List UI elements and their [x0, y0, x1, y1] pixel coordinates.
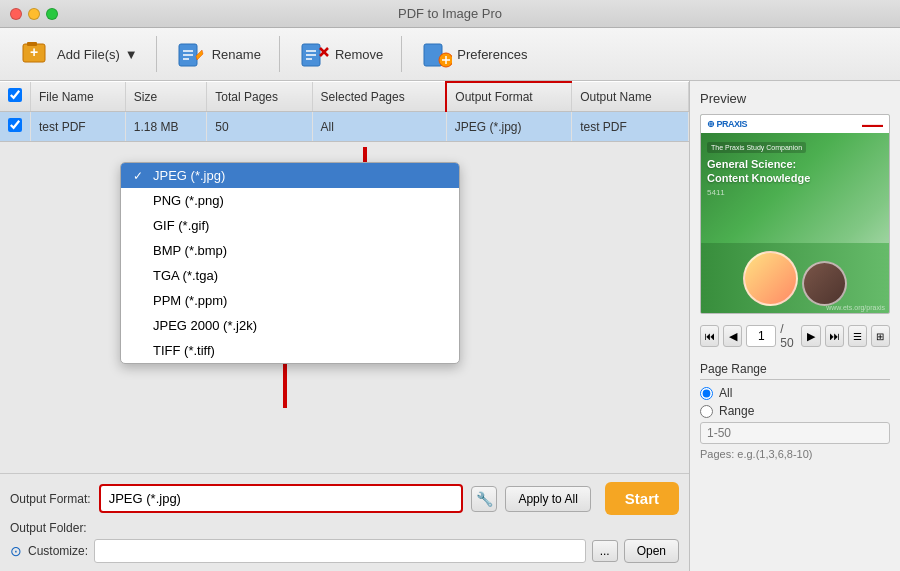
customize-label: Customize:: [28, 544, 88, 558]
dropdown-item-j2k[interactable]: JPEG 2000 (*.j2k): [121, 313, 459, 338]
dropdown-item-ppm[interactable]: PPM (*.ppm): [121, 288, 459, 313]
page-range-section: Page Range All Range Pages: e.g.(1,3,6,8…: [700, 362, 890, 460]
all-radio-label: All: [719, 386, 732, 400]
output-folder-label: Output Folder:: [10, 521, 87, 535]
preview-title: Preview: [700, 91, 890, 106]
view-mode-button-1[interactable]: ☰: [848, 325, 867, 347]
dropdown-item-jpeg[interactable]: ✓ JPEG (*.jpg): [121, 163, 459, 188]
view-mode-button-2[interactable]: ⊞: [871, 325, 890, 347]
preview-edition: 5411: [707, 188, 883, 197]
th-checkbox: [0, 82, 31, 112]
range-radio[interactable]: [700, 405, 713, 418]
all-radio[interactable]: [700, 387, 713, 400]
preview-subtitle: The Praxis Study Companion: [707, 142, 806, 153]
app-title: PDF to Image Pro: [398, 6, 502, 21]
person-2: [802, 261, 847, 306]
separator-2: [279, 36, 280, 72]
content-area: File Name Size Total Pages Selected Page…: [0, 81, 690, 571]
toolbar: + Add File(s) ▼ Rename: [0, 28, 900, 81]
page-range-title: Page Range: [700, 362, 890, 380]
rename-button[interactable]: Rename: [165, 34, 271, 74]
last-page-button[interactable]: ⏭: [825, 325, 844, 347]
svg-text:+: +: [30, 44, 38, 60]
remove-label: Remove: [335, 47, 383, 62]
window-controls: [10, 8, 58, 20]
first-page-button[interactable]: ⏮: [700, 325, 719, 347]
preferences-icon: [420, 38, 452, 70]
th-selected-pages: Selected Pages: [312, 82, 446, 112]
row-output-format: JPEG (*.jpg): [446, 112, 571, 142]
preview-image: ⊕ PRAXIS ▬▬▬ The Praxis Study Companion …: [700, 114, 890, 314]
preview-main-title: General Science:Content Knowledge: [707, 157, 883, 186]
range-input[interactable]: [700, 422, 890, 444]
output-format-row: Output Format: JPEG (*.jpg) PNG (*.png) …: [10, 482, 679, 515]
th-total-pages: Total Pages: [207, 82, 312, 112]
preview-header: ⊕ PRAXIS ▬▬▬: [701, 115, 889, 133]
minimize-button[interactable]: [28, 8, 40, 20]
page-number-input[interactable]: [746, 325, 776, 347]
row-size: 1.18 MB: [125, 112, 207, 142]
format-dropdown[interactable]: ✓ JPEG (*.jpg) PNG (*.png) GIF (*.gif) B…: [120, 162, 460, 364]
remove-icon: [298, 38, 330, 70]
main-area: File Name Size Total Pages Selected Page…: [0, 81, 900, 571]
th-output-format: Output Format: [446, 82, 571, 112]
range-radio-row: Range: [700, 404, 890, 418]
preview-book-image: www.ets.org/praxis: [701, 243, 889, 313]
rename-icon: [175, 38, 207, 70]
customize-row: ⊙ Customize: ... Open: [10, 539, 679, 563]
wrench-icon: 🔧: [476, 491, 493, 507]
maximize-button[interactable]: [46, 8, 58, 20]
range-radio-label: Range: [719, 404, 754, 418]
dropdown-item-gif[interactable]: GIF (*.gif): [121, 213, 459, 238]
all-radio-row: All: [700, 386, 890, 400]
pages-hint: Pages: e.g.(1,3,6,8-10): [700, 448, 890, 460]
apply-all-button[interactable]: Apply to All: [505, 486, 590, 512]
pagination-bar: ⏮ ◀ / 50 ▶ ⏭ ☰ ⊞: [700, 322, 890, 350]
preferences-label: Preferences: [457, 47, 527, 62]
row-output-name: test PDF: [572, 112, 689, 142]
separator-1: [156, 36, 157, 72]
output-format-label: Output Format:: [10, 492, 91, 506]
th-output-name: Output Name: [572, 82, 689, 112]
dropdown-item-tiff[interactable]: TIFF (*.tiff): [121, 338, 459, 363]
separator-3: [401, 36, 402, 72]
row-total-pages: 50: [207, 112, 312, 142]
website-url: www.ets.org/praxis: [826, 304, 885, 311]
rename-label: Rename: [212, 47, 261, 62]
close-button[interactable]: [10, 8, 22, 20]
titlebar: PDF to Image Pro: [0, 0, 900, 28]
format-select-wrapper: JPEG (*.jpg) PNG (*.png) GIF (*.gif) BMP…: [99, 484, 464, 513]
dots-button[interactable]: ...: [592, 540, 618, 562]
file-table: File Name Size Total Pages Selected Page…: [0, 81, 689, 141]
row-selected-pages: All: [312, 112, 446, 142]
row-checkbox[interactable]: [8, 118, 22, 132]
add-files-arrow: ▼: [125, 47, 138, 62]
wrench-button[interactable]: 🔧: [471, 486, 497, 512]
file-table-container: File Name Size Total Pages Selected Page…: [0, 81, 689, 142]
preferences-button[interactable]: Preferences: [410, 34, 537, 74]
check-icon: ✓: [133, 169, 147, 183]
row-filename: test PDF: [31, 112, 126, 142]
preview-content: The Praxis Study Companion General Scien…: [701, 133, 889, 243]
remove-button[interactable]: Remove: [288, 34, 393, 74]
add-files-icon: +: [20, 38, 52, 70]
praxis-logo: ⊕ PRAXIS: [707, 119, 747, 129]
add-files-button[interactable]: + Add File(s) ▼: [10, 34, 148, 74]
add-files-label: Add File(s): [57, 47, 120, 62]
dropdown-item-png[interactable]: PNG (*.png): [121, 188, 459, 213]
customize-dot-icon: ⊙: [10, 543, 22, 559]
output-format-select[interactable]: JPEG (*.jpg) PNG (*.png) GIF (*.gif) BMP…: [99, 484, 464, 513]
open-button[interactable]: Open: [624, 539, 679, 563]
output-folder-row: Output Folder:: [10, 521, 679, 535]
table-row[interactable]: test PDF 1.18 MB 50 All JPEG (*.jpg): [0, 112, 689, 142]
person-1: [743, 251, 798, 306]
dropdown-item-tga[interactable]: TGA (*.tga): [121, 263, 459, 288]
customize-input[interactable]: [94, 539, 586, 563]
page-total: / 50: [780, 322, 797, 350]
select-all-checkbox[interactable]: [8, 88, 22, 102]
start-button[interactable]: Start: [605, 482, 679, 515]
people-group: [743, 251, 847, 306]
prev-page-button[interactable]: ◀: [723, 325, 742, 347]
dropdown-item-bmp[interactable]: BMP (*.bmp): [121, 238, 459, 263]
next-page-button[interactable]: ▶: [801, 325, 820, 347]
